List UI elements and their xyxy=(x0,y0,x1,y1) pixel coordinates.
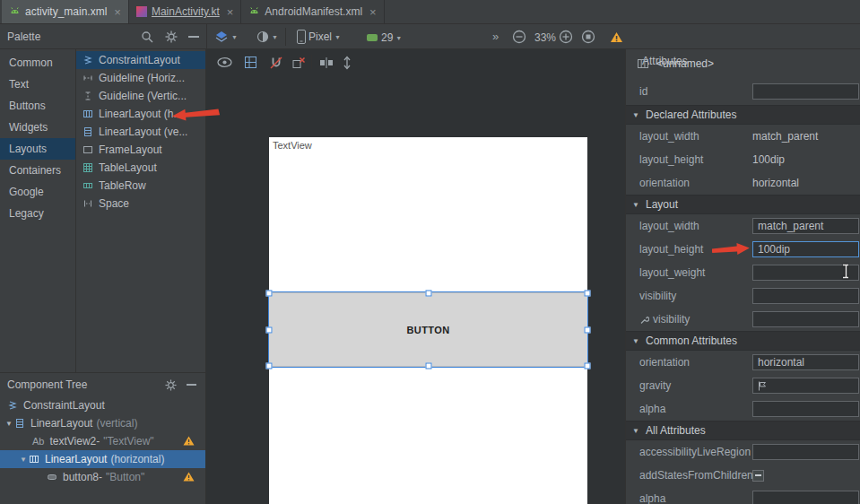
tab-mainactivity-kt[interactable]: MainActivity.kt × xyxy=(129,0,241,23)
api-selector[interactable]: 29 ▼ xyxy=(366,31,402,44)
section-layout[interactable]: ▼ Layout xyxy=(626,195,860,214)
expander-icon[interactable]: ▼ xyxy=(18,456,29,464)
design-canvas[interactable]: TextView BUTTON xyxy=(269,137,587,504)
resize-handle[interactable] xyxy=(266,363,273,369)
button-icon xyxy=(47,472,57,482)
overflow-button[interactable]: » xyxy=(492,30,499,43)
palette-category-containers[interactable]: Containers xyxy=(0,160,75,181)
palette-item-tablelayout[interactable]: TableLayout xyxy=(76,159,205,177)
resize-handle[interactable] xyxy=(585,363,591,369)
section-declared-attributes[interactable]: ▼ Declared Attributes xyxy=(626,105,860,125)
attr-row: accessibilityLiveRegion xyxy=(626,440,860,464)
attr-row: orientation horizontal xyxy=(626,171,860,195)
warning-icon[interactable] xyxy=(610,31,623,43)
attr-value[interactable]: 100dip xyxy=(752,153,785,166)
gravity-field[interactable] xyxy=(752,378,859,394)
layout-weight-field[interactable] xyxy=(752,265,859,281)
palette-category-text[interactable]: Text xyxy=(0,74,75,95)
eye-icon[interactable] xyxy=(217,55,232,70)
palette-title: Palette xyxy=(7,30,40,43)
api-label: 29 xyxy=(381,31,393,44)
tab-androidmanifest-xml[interactable]: AndroidManifest.xml × xyxy=(241,0,384,23)
zoom-fit-button[interactable] xyxy=(581,30,595,44)
constraintlayout-icon xyxy=(83,55,93,65)
palette-category-google[interactable]: Google xyxy=(0,181,75,203)
gear-icon[interactable] xyxy=(165,379,177,391)
palette-category-widgets[interactable]: Widgets xyxy=(0,117,75,138)
layout-height-field[interactable]: 100dip xyxy=(752,241,859,257)
palette-item-guideline-horizontal[interactable]: Guideline (Horiz... xyxy=(76,69,205,87)
theme-selector[interactable]: ▼ xyxy=(256,30,278,43)
linearlayout-icon xyxy=(637,57,649,70)
design-surface-selector[interactable]: ▼ xyxy=(214,30,238,43)
alpha-field[interactable] xyxy=(752,401,859,417)
palette-category-common[interactable]: Common xyxy=(0,52,75,74)
textview-icon: Ab xyxy=(32,436,44,447)
warning-icon[interactable] xyxy=(183,436,195,446)
expand-vertical-icon[interactable] xyxy=(343,55,352,70)
close-icon[interactable]: × xyxy=(369,6,377,18)
resize-handle[interactable] xyxy=(266,326,273,333)
resize-handle[interactable] xyxy=(425,291,431,297)
tree-item-constraintlayout[interactable]: ConstraintLayout xyxy=(0,396,205,414)
resize-handle[interactable] xyxy=(425,363,431,369)
magnet-off-icon[interactable] xyxy=(269,55,283,70)
search-icon[interactable] xyxy=(141,30,153,43)
visibility-field[interactable] xyxy=(752,288,859,304)
close-icon[interactable]: × xyxy=(114,6,121,18)
layout-width-field[interactable]: match_parent xyxy=(752,218,859,234)
palette-item-linearlayout-vertical[interactable]: LinearLayout (ve... xyxy=(76,123,205,141)
section-common-attributes[interactable]: ▼ Common Attributes xyxy=(626,331,860,351)
orientation-field[interactable]: horizontal xyxy=(752,354,859,370)
palette-item-tablerow[interactable]: TableRow xyxy=(76,177,205,195)
palette-item-framelayout[interactable]: FrameLayout xyxy=(76,141,205,159)
toolbar-separator xyxy=(206,24,207,49)
palette-item-guideline-vertical[interactable]: Guideline (Vertic... xyxy=(76,87,205,105)
tab-activity-main-xml[interactable]: activity_main.xml × xyxy=(2,0,129,23)
tools-visibility-field[interactable] xyxy=(752,311,859,327)
resize-handle[interactable] xyxy=(266,291,273,297)
tree-item-button8[interactable]: button8- "Button" xyxy=(0,468,205,486)
attr-value[interactable]: match_parent xyxy=(752,130,818,143)
component-tree-panel: Component Tree ConstraintLayout ▼ Linear… xyxy=(0,372,206,504)
attr-value[interactable]: horizontal xyxy=(752,177,799,189)
resize-handle[interactable] xyxy=(585,326,591,333)
palette-category-legacy[interactable]: Legacy xyxy=(0,203,75,224)
minimize-icon[interactable] xyxy=(188,36,199,38)
zoom-in-button[interactable] xyxy=(559,30,573,44)
accessibilityliveregion-field[interactable] xyxy=(752,444,859,460)
alpha-all-field[interactable] xyxy=(752,491,859,504)
canvas-textview[interactable]: TextView xyxy=(273,140,312,151)
kotlin-icon xyxy=(136,6,147,17)
clear-constraints-icon[interactable] xyxy=(291,55,306,70)
android-icon xyxy=(9,6,21,17)
selected-linearlayout[interactable]: BUTTON xyxy=(269,292,587,367)
resize-handle[interactable] xyxy=(585,291,591,297)
gear-icon[interactable] xyxy=(165,30,178,43)
toolbar-separator xyxy=(311,55,312,69)
device-selector[interactable]: Pixel ▼ xyxy=(297,30,341,44)
blueprint-toggle-icon[interactable] xyxy=(244,55,257,70)
tree-item-textview2[interactable]: Ab textView2- "TextView" xyxy=(0,432,205,450)
palette-item-constraintlayout[interactable]: ConstraintLayout xyxy=(76,51,205,69)
palette-item-linearlayout-horizontal[interactable]: LinearLayout (h... xyxy=(76,105,205,123)
canvas-button[interactable]: BUTTON xyxy=(406,325,449,335)
warning-icon[interactable] xyxy=(183,472,195,482)
tree-item-linearlayout-horizontal[interactable]: ▼ LinearLayout (horizontal) xyxy=(0,450,205,468)
palette-item-space[interactable]: Space xyxy=(76,195,205,213)
wrench-icon xyxy=(639,315,649,325)
palette-category-layouts[interactable]: Layouts xyxy=(0,138,75,160)
align-horizontal-icon[interactable] xyxy=(319,55,334,70)
expander-icon[interactable]: ▼ xyxy=(4,420,14,428)
collapse-icon: ▼ xyxy=(630,201,641,209)
section-all-attributes[interactable]: ▼ All Attributes xyxy=(626,421,860,440)
palette-category-buttons[interactable]: Buttons xyxy=(0,95,75,117)
addstatesfromchildren-checkbox[interactable] xyxy=(752,470,764,482)
tree-item-linearlayout-vertical[interactable]: ▼ LinearLayout (vertical) xyxy=(0,414,205,432)
id-field[interactable] xyxy=(752,83,859,100)
attr-row: alpha xyxy=(626,397,860,421)
close-icon[interactable]: × xyxy=(227,6,234,18)
minimize-icon[interactable] xyxy=(187,384,196,386)
zoom-out-button[interactable] xyxy=(512,30,526,44)
attr-row: gravity xyxy=(626,374,860,397)
